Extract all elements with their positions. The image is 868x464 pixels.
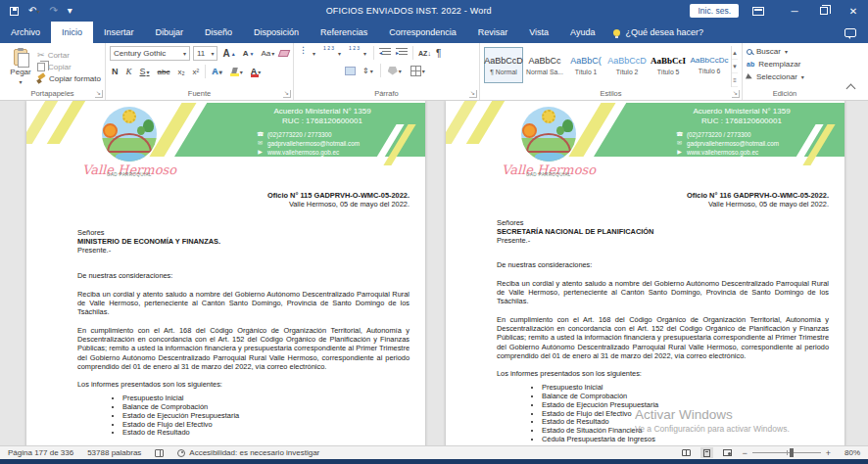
phone-icon: ☎ (257, 130, 264, 139)
paste-label: Pegar (10, 68, 30, 76)
letter-body[interactable]: Oficio N° 116 GADPRVH-O-WMC-05-2022. Val… (446, 191, 844, 443)
word-count[interactable]: 53788 palabras (87, 448, 141, 457)
style-titulo-6[interactable]: AaBbCcDc Título 6 (690, 47, 729, 83)
read-mode-icon (682, 449, 691, 456)
find-button[interactable]: Buscar▾ (747, 47, 823, 56)
superscript-button[interactable]: x² (191, 67, 202, 77)
show-marks-button[interactable]: ¶ (436, 48, 441, 59)
font-dialog-launcher[interactable]: ↘ (283, 90, 291, 98)
tab-inicio[interactable]: Inicio (51, 22, 93, 43)
minimize-button[interactable]: ─ (780, 0, 809, 22)
collapse-ribbon-icon[interactable] (844, 82, 858, 92)
bullets-button[interactable]: ▾ (298, 47, 317, 59)
tab-referencias[interactable]: Referencias (310, 22, 378, 43)
tab-dibujar[interactable]: Dibujar (145, 22, 195, 43)
tell-me-box[interactable]: ¿Qué desea hacer? (605, 22, 711, 43)
select-button[interactable]: Seleccionar▾ (747, 72, 823, 81)
borders-icon (410, 66, 421, 76)
decrease-indent-button[interactable] (379, 48, 391, 58)
format-painter-button[interactable]: Copiar formato (37, 74, 101, 83)
style-titulo-1[interactable]: AaBbC( Título 1 (566, 47, 605, 83)
numbering-icon (324, 48, 337, 58)
grow-font-button[interactable]: A▲ (220, 47, 237, 60)
document-area[interactable]: Acuerdo Ministerial N° 1359 RUC : 176812… (0, 101, 868, 445)
copy-button[interactable]: Copiar (37, 63, 101, 71)
tab-correspondencia[interactable]: Correspondencia (378, 22, 467, 43)
font-size-combo[interactable]: 11▾ (193, 46, 218, 61)
text-effects-button[interactable]: A▾ (210, 66, 224, 77)
styles-dialog-launcher[interactable]: ↘ (732, 90, 740, 98)
shrink-font-button[interactable]: A▼ (241, 48, 257, 59)
page-indicator[interactable]: Página 177 de 336 (8, 448, 73, 457)
cut-button[interactable]: ✂ Cortar (37, 50, 101, 60)
close-button[interactable]: ✕ (839, 0, 868, 22)
logo-image (521, 107, 576, 162)
numbering-button[interactable]: ▾ (322, 47, 343, 59)
increase-indent-button[interactable] (396, 48, 408, 58)
zoom-in-button[interactable]: + (826, 448, 831, 458)
align-right-button[interactable] (329, 67, 340, 75)
style-normal-sa[interactable]: AaBbCc Normal Sa... (525, 47, 564, 83)
replace-button[interactable]: ab Reemplazar (747, 60, 823, 69)
styles-scroll-down-icon[interactable]: ▼ (732, 60, 738, 73)
zoom-slider-thumb[interactable] (790, 448, 794, 457)
tab-disposicion[interactable]: Disposición (243, 22, 310, 43)
borders-button[interactable]: ▾ (409, 65, 427, 77)
multilevel-list-button[interactable]: ▾ (348, 47, 368, 59)
align-left-button[interactable] (298, 67, 309, 75)
website-url: www.vallehermoso.gob.ec (687, 148, 758, 157)
accessibility-status[interactable]: Accesibilidad: es necesario investigar (177, 448, 319, 457)
document-page-1[interactable]: Acuerdo Ministerial N° 1359 RUC : 176812… (26, 101, 425, 445)
underline-button[interactable]: S▾ (138, 66, 152, 77)
styles-scroll-up-icon[interactable]: ▲ (732, 46, 738, 60)
document-page-2[interactable]: Acuerdo Ministerial N° 1359 RUC : 176812… (446, 101, 844, 445)
align-center-button[interactable] (313, 67, 324, 75)
zoom-slider[interactable] (752, 452, 821, 453)
font-color-button[interactable]: A▾ (249, 66, 264, 77)
clear-formatting-icon[interactable] (278, 50, 290, 57)
highlight-button[interactable]: ▾ (228, 67, 245, 77)
proofing-button[interactable] (155, 449, 164, 457)
sort-button[interactable]: AZ↓ (418, 50, 431, 57)
italic-button[interactable]: K (124, 66, 134, 77)
logo-subtitle: GAD PARROQUIAL (107, 172, 193, 177)
paste-button[interactable]: Pegar ▾ (4, 46, 37, 87)
read-mode-button[interactable] (680, 447, 693, 458)
letter-body[interactable]: Oficio N° 115 GADPRVH-O-WMC-05-2022. Val… (26, 191, 425, 438)
tab-revisar[interactable]: Revisar (467, 22, 519, 43)
sign-in-button[interactable]: Inic. ses. (690, 4, 739, 18)
paragraph-dialog-launcher[interactable]: ↘ (469, 90, 477, 98)
style-titulo-5[interactable]: AaBbCcI Título 5 (649, 47, 688, 83)
bold-button[interactable]: N (110, 66, 121, 77)
restore-button[interactable] (809, 0, 839, 22)
website-url: www.vallehermoso.gob.ec (267, 148, 339, 157)
comments-icon[interactable] (844, 28, 856, 37)
print-layout-button[interactable] (700, 447, 713, 458)
font-name-combo[interactable]: Century Gothic▾ (110, 46, 190, 61)
tab-archivo[interactable]: Archivo (0, 22, 51, 43)
save-icon[interactable] (10, 7, 19, 16)
change-case-button[interactable]: Aa▾ (259, 48, 276, 59)
redo-icon[interactable]: ↷ (49, 6, 57, 16)
customize-qat-icon[interactable]: ▾ (68, 6, 72, 16)
zoom-out-button[interactable]: − (742, 448, 747, 458)
paste-dropdown-icon[interactable]: ▾ (20, 78, 23, 85)
tab-diseno[interactable]: Diseño (194, 22, 243, 43)
undo-icon[interactable]: ↶▾ (28, 6, 39, 17)
tab-insertar[interactable]: Insertar (93, 22, 145, 43)
recipient: SECRETARÍA NACIONAL DE PLANIFICACIÓN (497, 227, 829, 236)
clipboard-dialog-launcher[interactable]: ↘ (95, 90, 103, 98)
zoom-percentage[interactable]: 80% (839, 448, 860, 457)
style-normal[interactable]: AaBbCcD ¶ Normal (484, 47, 523, 83)
strikethrough-button[interactable]: abc (156, 67, 172, 77)
line-spacing-button[interactable]: ⇕▾ (361, 66, 375, 76)
tab-ayuda[interactable]: Ayuda (559, 22, 605, 43)
web-layout-button[interactable] (721, 447, 734, 458)
styles-gallery-more-icon[interactable]: ≡ (732, 73, 738, 87)
shading-button[interactable]: ▾ (386, 66, 404, 76)
ribbon-display-options-icon[interactable] (752, 7, 764, 16)
subscript-button[interactable]: x₂ (175, 67, 186, 77)
justify-button[interactable] (345, 67, 356, 75)
style-titulo-2[interactable]: AaBbCcD Título 2 (607, 47, 647, 83)
tab-vista[interactable]: Vista (518, 22, 559, 43)
